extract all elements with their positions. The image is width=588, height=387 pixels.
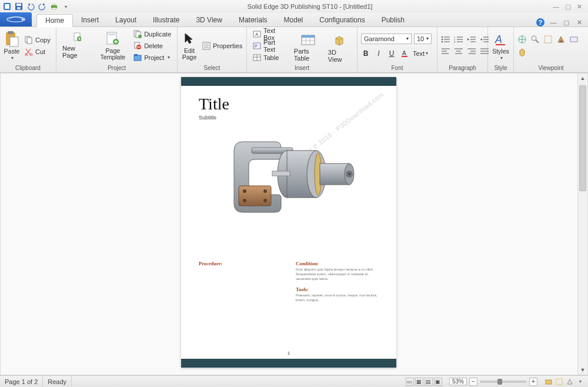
- condition-text[interactable]: Duis aliquam quis ligula tempor tempus a…: [296, 267, 378, 281]
- tab-publish[interactable]: Publish: [373, 14, 413, 26]
- redo-icon[interactable]: [38, 2, 47, 11]
- properties-label: Properties: [213, 42, 242, 49]
- edit-page-button[interactable]: Edit Page: [181, 29, 198, 63]
- properties-button[interactable]: Properties: [200, 41, 245, 51]
- procedure-heading[interactable]: Procedure:: [199, 261, 222, 266]
- underline-button[interactable]: U: [387, 49, 396, 58]
- print-icon[interactable]: [49, 2, 59, 11]
- document-canvas[interactable]: Title Subtitle Copyright © 2018 - P30Dow…: [0, 73, 588, 375]
- new-page-button[interactable]: New Page: [60, 33, 95, 59]
- tab-home[interactable]: Home: [36, 14, 73, 27]
- viewpoint-tool-1[interactable]: [517, 35, 527, 44]
- qat-dropdown-icon[interactable]: ▾: [61, 2, 71, 11]
- svg-point-97: [243, 199, 246, 202]
- zoom-slider-knob[interactable]: [497, 379, 502, 385]
- duplicate-icon: [133, 30, 142, 38]
- minimize-button[interactable]: —: [553, 3, 559, 11]
- doc-title[interactable]: Title: [199, 95, 229, 114]
- project-group-label: Project: [56, 64, 177, 72]
- mdi-close-icon[interactable]: ✕: [575, 18, 583, 26]
- bold-button[interactable]: B: [361, 49, 370, 58]
- svg-rect-14: [27, 38, 32, 44]
- tab-materials[interactable]: Materials: [230, 14, 276, 26]
- align-right-button[interactable]: [467, 48, 476, 56]
- status-icon-3[interactable]: [566, 378, 574, 386]
- page-preview[interactable]: Title Subtitle Copyright © 2018 - P30Dow…: [181, 77, 396, 368]
- view-mode-2[interactable]: ▦: [415, 378, 423, 386]
- app-button[interactable]: [0, 12, 32, 26]
- vertical-scrollbar[interactable]: ▲ ▼: [577, 74, 587, 375]
- styles-button[interactable]: A Styles ▾: [492, 29, 510, 63]
- svg-rect-11: [8, 31, 14, 34]
- scroll-down-icon[interactable]: ▼: [578, 365, 587, 375]
- paste-button[interactable]: Paste ▾: [4, 29, 20, 63]
- condition-heading[interactable]: Condition:: [296, 261, 319, 266]
- tab-model[interactable]: Model: [276, 14, 312, 26]
- mdi-minimize-icon[interactable]: —: [549, 18, 557, 26]
- project-button[interactable]: Project ▾: [131, 52, 173, 63]
- align-left-button[interactable]: [441, 48, 450, 56]
- outdent-button[interactable]: [467, 36, 476, 44]
- parts-table-label: Parts Table: [294, 48, 322, 62]
- tools-text[interactable]: Praesent, laoreet, urna in luctus, neque…: [296, 293, 378, 302]
- view-mode-3[interactable]: ▤: [425, 378, 433, 386]
- page-footer-band: [181, 359, 396, 368]
- align-center-button[interactable]: [454, 48, 463, 56]
- part-text-label: Part Text: [263, 39, 288, 53]
- zoom-slider[interactable]: [480, 381, 527, 383]
- table-button[interactable]: Table: [250, 52, 290, 63]
- tab-insert[interactable]: Insert: [73, 14, 107, 26]
- zoom-percent[interactable]: 53%: [449, 378, 467, 385]
- viewpoint-tool-5[interactable]: [569, 35, 579, 44]
- bullets-button[interactable]: [441, 36, 450, 44]
- svg-point-54: [442, 38, 443, 39]
- tab-illustrate[interactable]: Illustrate: [145, 14, 188, 26]
- help-icon[interactable]: ?: [536, 18, 544, 26]
- font-size-select[interactable]: 10▾: [414, 34, 432, 44]
- svg-text:A: A: [495, 34, 502, 45]
- part-illustration[interactable]: [222, 130, 363, 230]
- zoom-out-button[interactable]: −: [469, 378, 477, 386]
- tab-layout[interactable]: Layout: [107, 14, 145, 26]
- svg-rect-29: [134, 54, 138, 56]
- viewpoint-tool-6[interactable]: [517, 48, 527, 57]
- page-template-button[interactable]: Page Template: [97, 29, 129, 63]
- duplicate-button[interactable]: Duplicate: [131, 29, 173, 39]
- mdi-restore-icon[interactable]: ▢: [562, 18, 570, 26]
- view-mode-1[interactable]: ▭: [406, 378, 414, 386]
- viewpoint-group-label: Viewpoint: [514, 64, 588, 72]
- text-menu-button[interactable]: Text▾: [413, 49, 428, 58]
- view-mode-4[interactable]: ▣: [434, 378, 442, 386]
- maximize-button[interactable]: ▢: [565, 3, 571, 11]
- save-icon[interactable]: [14, 2, 24, 11]
- delete-button[interactable]: Delete: [131, 41, 173, 51]
- part-text-button[interactable]: PPart Text: [250, 41, 290, 51]
- zoom-in-button[interactable]: +: [529, 378, 537, 386]
- scroll-up-icon[interactable]: ▲: [578, 74, 587, 83]
- app-menu-icon[interactable]: [2, 2, 12, 11]
- doc-subtitle[interactable]: Subtitle: [199, 115, 216, 121]
- cut-button[interactable]: Cut: [22, 46, 53, 57]
- status-dropdown-icon[interactable]: ▾: [576, 378, 584, 386]
- viewpoint-tool-2[interactable]: [530, 35, 540, 44]
- quick-access-toolbar: ▾: [0, 2, 73, 11]
- close-button[interactable]: ✕: [577, 3, 582, 11]
- status-icon-1[interactable]: [544, 378, 553, 386]
- undo-icon[interactable]: [26, 2, 35, 11]
- 3d-view-button[interactable]: 3D View: [326, 35, 353, 57]
- numbering-button[interactable]: 123: [454, 36, 463, 44]
- status-icon-2[interactable]: [555, 378, 563, 386]
- font-family-select[interactable]: Garamond▾: [361, 34, 412, 44]
- scroll-thumb[interactable]: [579, 85, 586, 191]
- font-color-button[interactable]: A: [400, 49, 409, 58]
- tab-configurations[interactable]: Configurations: [311, 14, 373, 26]
- tab-3d-view[interactable]: 3D View: [188, 14, 230, 26]
- tools-heading[interactable]: Tools:: [296, 286, 309, 292]
- viewpoint-tool-4[interactable]: [556, 35, 566, 44]
- parts-table-button[interactable]: Parts Table: [292, 35, 325, 57]
- text-box-icon: A: [253, 30, 261, 38]
- viewpoint-tool-3[interactable]: [543, 35, 553, 44]
- italic-button[interactable]: I: [374, 49, 383, 58]
- copy-button[interactable]: Copy: [22, 35, 53, 45]
- text-box-button[interactable]: AText Box: [250, 29, 290, 39]
